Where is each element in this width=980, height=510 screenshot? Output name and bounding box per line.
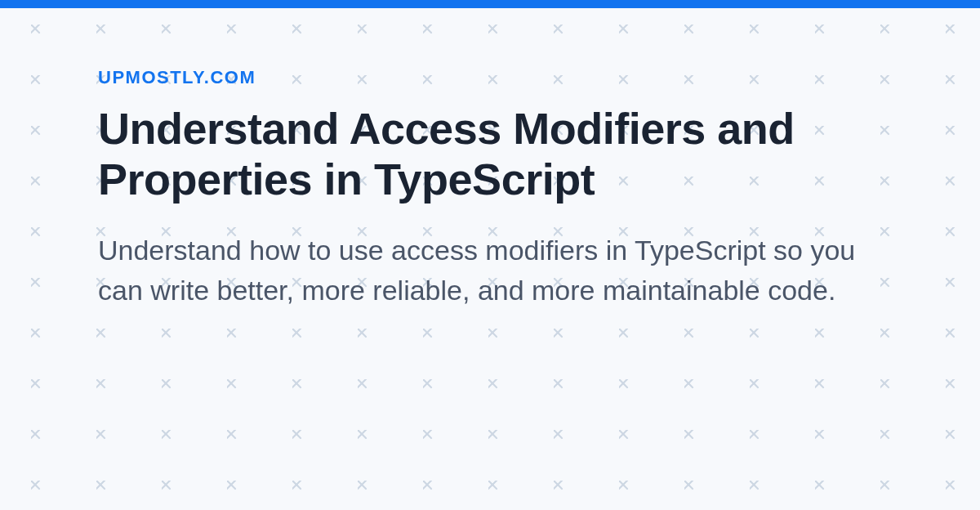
page-title: Understand Access Modifiers and Properti…	[98, 103, 882, 204]
page-description: Understand how to use access modifiers i…	[98, 230, 882, 311]
content-container: UPMOSTLY.COM Understand Access Modifiers…	[0, 8, 980, 311]
site-name: UPMOSTLY.COM	[98, 67, 882, 88]
accent-top-bar	[0, 0, 980, 8]
